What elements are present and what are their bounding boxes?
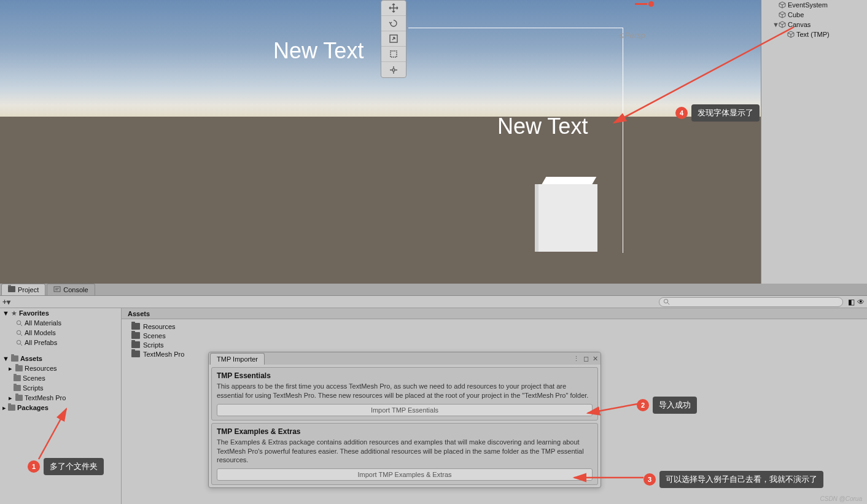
add-button[interactable]: +▾ bbox=[2, 298, 10, 306]
list-item[interactable]: Scripts bbox=[131, 340, 867, 349]
scene-ground bbox=[0, 117, 761, 284]
tmp-tab[interactable]: TMP Importer bbox=[210, 353, 265, 365]
assets-header[interactable]: ▼Assets bbox=[0, 354, 121, 363]
svg-rect-1 bbox=[391, 51, 397, 57]
tab-project[interactable]: Project bbox=[1, 284, 45, 295]
tool-move-icon[interactable] bbox=[381, 1, 406, 16]
badge-1: 1 bbox=[28, 460, 40, 473]
hierarchy-item[interactable]: Cube bbox=[761, 10, 867, 20]
breadcrumb[interactable]: Assets bbox=[122, 308, 867, 319]
callout-3: 3 可以选择导入例子自己去看，我就不演示了 bbox=[643, 471, 823, 488]
badge-4: 4 bbox=[675, 107, 688, 119]
list-item[interactable]: Resources bbox=[131, 322, 867, 331]
asset-folder[interactable]: ▸TextMesh Pro bbox=[0, 393, 121, 403]
console-icon bbox=[53, 285, 61, 294]
hierarchy-item[interactable]: Text (TMP) bbox=[761, 29, 867, 39]
callout-1: 1 多了个文件夹 bbox=[28, 458, 104, 475]
tab-console[interactable]: Console bbox=[47, 284, 95, 295]
hierarchy-label: Cube bbox=[788, 11, 804, 18]
hierarchy-label: EventSystem bbox=[788, 1, 828, 9]
scene-toolbox bbox=[381, 0, 406, 78]
hierarchy-item[interactable]: ▼ Canvas bbox=[761, 20, 867, 29]
menu-icon[interactable]: ⋮ bbox=[573, 355, 580, 363]
section-body: The Examples & Extras package contains a… bbox=[217, 438, 593, 465]
close-icon[interactable]: ✕ bbox=[593, 355, 598, 363]
search-input[interactable] bbox=[659, 297, 843, 307]
scene-cube[interactable] bbox=[536, 177, 597, 252]
svg-point-7 bbox=[17, 340, 20, 344]
import-essentials-button[interactable]: Import TMP Essentials bbox=[217, 404, 593, 416]
section-title: TMP Examples & Extras bbox=[217, 427, 593, 436]
project-toolbar: +▾ ◧ 👁 bbox=[0, 296, 867, 308]
favorite-item[interactable]: All Models bbox=[0, 328, 121, 338]
orientation-gizmo[interactable] bbox=[635, 0, 653, 9]
toolbar-icons: ◧ 👁 bbox=[848, 298, 865, 306]
asset-folder[interactable]: Scenes bbox=[0, 373, 121, 383]
filter-icon[interactable]: ◧ bbox=[848, 298, 855, 306]
badge-2: 2 bbox=[637, 399, 649, 411]
asset-folder[interactable]: ▸Resources bbox=[0, 363, 121, 373]
favorite-item[interactable]: All Materials bbox=[0, 318, 121, 328]
callout-4: 4 发现字体显示了 bbox=[675, 104, 760, 122]
tmp-titlebar[interactable]: TMP Importer ⋮ ◻ ✕ bbox=[209, 352, 601, 365]
tool-scale-icon[interactable] bbox=[381, 31, 406, 47]
asset-folder[interactable]: Scripts bbox=[0, 383, 121, 393]
packages-header[interactable]: ▸Packages bbox=[0, 403, 121, 413]
hierarchy-label: Text (TMP) bbox=[796, 31, 830, 38]
bottom-tabs: Project Console bbox=[0, 284, 867, 296]
tmp-extras-section: TMP Examples & Extras The Examples & Ext… bbox=[211, 423, 598, 486]
svg-point-4 bbox=[664, 299, 667, 303]
section-title: TMP Essentials bbox=[217, 371, 593, 380]
svg-rect-3 bbox=[54, 287, 60, 292]
svg-point-2 bbox=[392, 69, 395, 71]
scene-text-2: New Text bbox=[497, 114, 588, 139]
section-body: This appears to be the first time you ac… bbox=[217, 382, 593, 400]
hierarchy-panel: EventSystem Cube ▼ Canvas Text (TMP) bbox=[761, 0, 867, 284]
hierarchy-label: Canvas bbox=[788, 21, 811, 28]
tool-combined-icon[interactable] bbox=[381, 62, 406, 77]
badge-3: 3 bbox=[643, 473, 656, 486]
hierarchy-item[interactable]: EventSystem bbox=[761, 0, 867, 10]
tmp-essentials-section: TMP Essentials This appears to be the fi… bbox=[211, 367, 598, 421]
scene-text-1: New Text bbox=[273, 38, 364, 64]
callout-2: 2 导入成功 bbox=[637, 397, 697, 414]
import-extras-button[interactable]: Import TMP Examples & Extras bbox=[217, 468, 593, 481]
tool-rotate-icon[interactable] bbox=[381, 16, 406, 31]
svg-point-5 bbox=[17, 320, 20, 324]
maximize-icon[interactable]: ◻ bbox=[583, 355, 589, 363]
eye-icon[interactable]: 👁 bbox=[857, 298, 865, 306]
tool-rect-icon[interactable] bbox=[381, 47, 406, 62]
watermark: CSDN @Corua bbox=[820, 495, 862, 502]
list-item[interactable]: Scenes bbox=[131, 331, 867, 340]
svg-point-6 bbox=[17, 330, 20, 334]
folder-icon bbox=[8, 286, 15, 293]
favorite-item[interactable]: All Prefabs bbox=[0, 338, 121, 347]
persp-label[interactable]: Persp bbox=[619, 31, 645, 40]
favorites-header[interactable]: ▼★Favorites bbox=[0, 308, 121, 318]
tmp-importer-window[interactable]: TMP Importer ⋮ ◻ ✕ TMP Essentials This a… bbox=[208, 352, 601, 488]
